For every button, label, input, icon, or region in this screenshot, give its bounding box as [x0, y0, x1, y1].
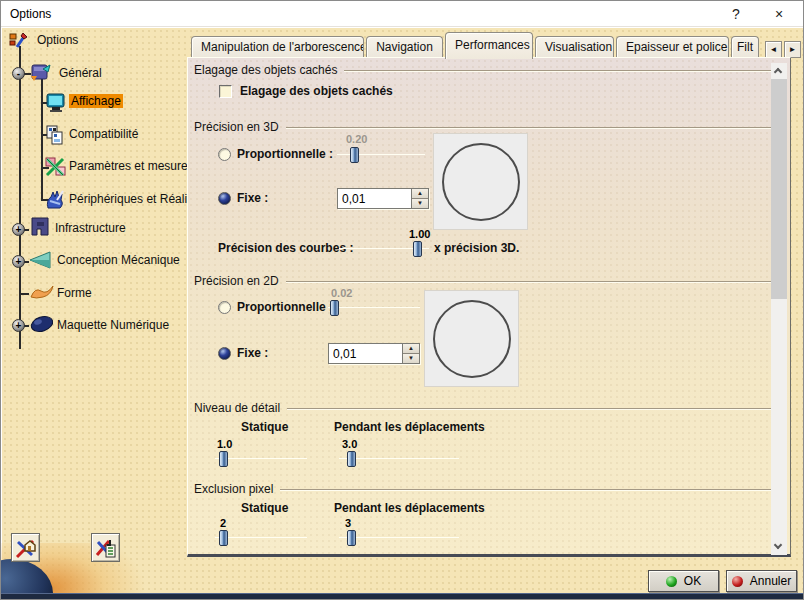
section-niveau-detail: Niveau de détail — [194, 401, 784, 415]
tree-item-compatibilite[interactable]: Compatibilité — [69, 127, 138, 141]
section-title: Niveau de détail — [194, 401, 280, 415]
spin-down-icon[interactable]: ▼ — [403, 354, 419, 363]
slider-thumb[interactable] — [413, 241, 422, 257]
close-button[interactable]: × — [764, 4, 794, 24]
cancel-button[interactable]: Annuler — [726, 570, 797, 592]
tab-scroll-left-icon[interactable]: ◄ — [765, 41, 782, 58]
tab-epaisseur[interactable]: Epaisseur et police — [616, 36, 729, 58]
options-dialog: Options ? × Options - — [0, 0, 804, 600]
slider-track — [215, 458, 307, 459]
expander-maquette[interactable]: + — [12, 319, 25, 332]
slider-thumb[interactable] — [347, 530, 356, 546]
fixe-2d-input[interactable] — [329, 344, 402, 363]
parametres-icon — [44, 155, 68, 179]
chevron-up-icon — [774, 68, 782, 76]
tree-item-peripheriques[interactable]: Périphériques et Réalité — [69, 192, 187, 206]
slider-pixel-static[interactable] — [215, 530, 307, 546]
tab-scroll-right-icon[interactable]: ► — [784, 41, 801, 58]
tree-item-maquette[interactable]: Maquette Numérique — [57, 318, 169, 332]
slider-thumb[interactable] — [330, 300, 339, 316]
radio-fixe-3d[interactable] — [218, 192, 231, 205]
slider-proportional-2d[interactable] — [328, 300, 420, 316]
section-title: Exclusion pixel — [194, 482, 273, 496]
spin-up-icon[interactable]: ▲ — [403, 344, 419, 354]
section-rule — [344, 70, 784, 72]
radio-proportionnelle-2d[interactable] — [218, 301, 231, 314]
pixel-moving-value: 3 — [345, 517, 351, 529]
spin-up-icon[interactable]: ▲ — [412, 189, 428, 199]
pixel-moving-label: Pendant les déplacements — [334, 501, 485, 515]
general-icon — [29, 61, 53, 85]
tree-item-options[interactable]: Options — [37, 33, 78, 47]
tree-item-general[interactable]: Général — [59, 66, 102, 80]
slider-thumb[interactable] — [347, 451, 356, 467]
fixe-3d-input[interactable] — [338, 189, 411, 208]
tree-item-parametres[interactable]: Paramètres et mesure — [69, 159, 187, 173]
section-rule — [286, 127, 784, 129]
window-bottom-edge — [1, 593, 804, 600]
radio-fixe-2d-label: Fixe : — [237, 346, 268, 360]
peripheriques-icon — [44, 188, 68, 212]
tree-item-infrastructure[interactable]: Infrastructure — [55, 221, 126, 235]
spin-down-icon[interactable]: ▼ — [412, 199, 428, 208]
elagage-checkbox[interactable] — [219, 85, 232, 98]
tree-stub — [21, 293, 29, 295]
title-bar: Options ? × — [1, 1, 803, 27]
spin-buttons: ▲ ▼ — [402, 344, 419, 363]
lod-moving-value: 3.0 — [342, 438, 357, 450]
help-button[interactable]: ? — [721, 4, 751, 24]
section-precision-3d: Précision en 3D — [194, 120, 784, 134]
slider-thumb[interactable] — [219, 451, 228, 467]
slider-track — [339, 537, 459, 538]
tree-item-forme[interactable]: Forme — [57, 286, 92, 300]
conception-icon — [28, 248, 54, 272]
section-rule — [280, 489, 784, 491]
slider-thumb[interactable] — [350, 147, 359, 163]
reset-home-icon — [15, 537, 37, 559]
expander-conception[interactable]: + — [12, 255, 25, 268]
tab-performances[interactable]: Performances — [445, 32, 533, 59]
tab-manipulation[interactable]: Manipulation de l'arborescence — [191, 36, 364, 58]
radio-proportionnelle-3d-label: Proportionnelle : — [237, 147, 333, 161]
scroll-down-button[interactable] — [771, 539, 787, 555]
slider-curves-precision[interactable] — [339, 241, 429, 257]
radio-fixe-2d[interactable] — [218, 347, 231, 360]
section-rule — [287, 408, 784, 410]
elagage-checkbox-label: Elagage des objets cachés — [240, 84, 393, 98]
slider-lod-static[interactable] — [215, 451, 307, 467]
radio-proportionnelle-2d-label: Proportionnelle : — [237, 300, 333, 314]
ok-green-sphere-icon — [666, 576, 677, 587]
window-title: Options — [10, 7, 51, 21]
expander-general[interactable]: - — [12, 67, 25, 80]
reset-tab-button[interactable] — [91, 533, 120, 562]
section-title: Précision en 2D — [194, 274, 279, 288]
tree-item-affichage[interactable]: Affichage — [69, 94, 123, 108]
ok-button-label: OK — [684, 574, 701, 588]
ok-button[interactable]: OK — [648, 570, 719, 592]
scrollbar-thumb[interactable] — [771, 79, 787, 299]
curves-precision-label: Précision des courbes : — [218, 241, 353, 255]
slider-value-proportional-2d: 0.02 — [331, 287, 352, 299]
section-precision-2d: Précision en 2D — [194, 274, 784, 288]
section-title: Précision en 3D — [194, 120, 279, 134]
cancel-red-sphere-icon — [732, 576, 743, 587]
compatibilite-icon — [44, 123, 68, 147]
slider-proportional-3d[interactable] — [337, 147, 425, 163]
scroll-up-button[interactable] — [771, 63, 787, 79]
slider-track — [215, 537, 307, 538]
lod-static-value: 1.0 — [217, 438, 232, 450]
slider-thumb[interactable] — [219, 530, 228, 546]
reset-defaults-button[interactable] — [11, 533, 40, 562]
vertical-scrollbar[interactable] — [771, 63, 787, 555]
expander-infrastructure[interactable]: + — [12, 223, 25, 236]
slider-pixel-moving[interactable] — [339, 530, 459, 546]
slider-lod-moving[interactable] — [339, 451, 459, 467]
tab-filtres-clipped[interactable]: Filt — [731, 36, 759, 58]
pixel-static-value: 2 — [220, 517, 226, 529]
tab-navigation[interactable]: Navigation — [366, 36, 443, 58]
tab-visualisation[interactable]: Visualisation — [535, 36, 614, 58]
lod-static-label: Statique — [241, 420, 288, 434]
preview-circle-3d — [442, 143, 520, 221]
radio-proportionnelle-3d[interactable] — [218, 148, 231, 161]
tree-item-conception[interactable]: Conception Mécanique — [57, 253, 180, 267]
